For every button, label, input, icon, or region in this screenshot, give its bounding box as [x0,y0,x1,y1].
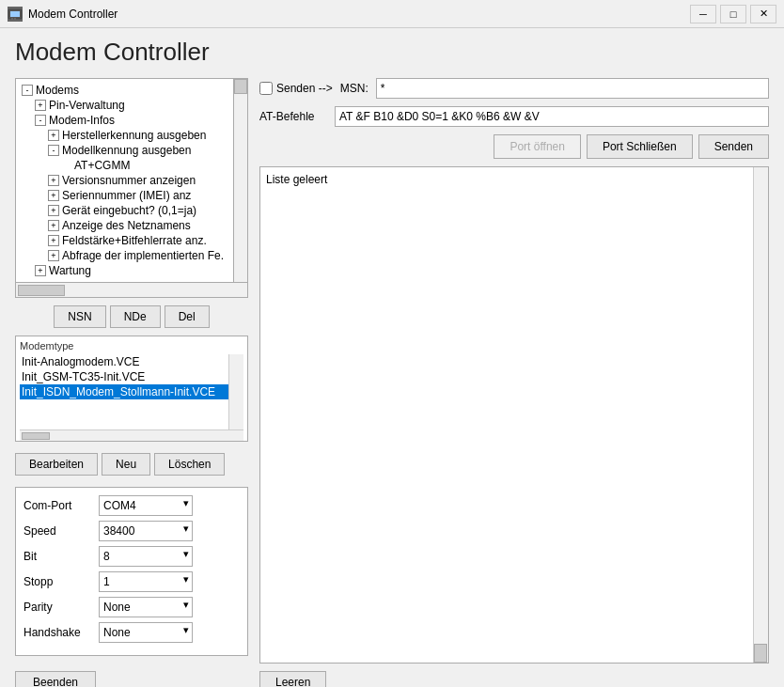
main-content: Modem Controller - Modems + Pin-Verwaltu… [0,28,784,687]
com-port-select-wrapper[interactable]: COM1 COM2 COM3 COM4 [99,495,193,516]
tree-item-label: Modem-Infos [49,114,115,127]
expand-icon[interactable]: + [35,265,46,276]
nde-button[interactable]: NDe [110,305,161,328]
tree-item-geraet[interactable]: + Gerät eingebucht? (0,1=ja) [20,203,228,218]
app-title: Modem Controller [15,38,769,67]
com-port-row: Com-Port COM1 COM2 COM3 COM4 [24,495,240,516]
tree-item-label: Abfrage der implementierten Fe. [62,249,224,262]
speed-label: Speed [24,524,99,538]
maximize-button[interactable]: □ [720,5,746,23]
at-befehle-input[interactable] [335,106,769,127]
tree-item-label: Wartung [49,264,91,277]
tree-item-pin[interactable]: + Pin-Verwaltung [20,98,228,113]
tree-vscrollbar[interactable] [233,78,248,283]
modemtype-hscrollbar[interactable] [20,429,243,441]
tree-item-feldstaerke[interactable]: + Feldstärke+Bitfehlerrate anz. [20,233,228,248]
tree-item-netznamens[interactable]: + Anzeige des Netznamens [20,218,228,233]
tree-item-versionsnummer[interactable]: + Versionsnummer anzeigen [20,173,228,188]
tree-buttons: NSN NDe Del [15,305,248,328]
speed-select-wrapper[interactable]: 9600 19200 38400 57600 115200 [99,521,193,541]
senden-label: Senden --> [276,82,333,95]
expand-icon[interactable]: - [48,145,59,156]
senden-checkbox[interactable] [259,82,273,95]
handshake-select[interactable]: None XOn/XOff RTS/CTS [99,622,193,643]
loeschen-button[interactable]: Löschen [154,453,225,476]
msn-label: MSN: [340,82,368,95]
tree-item-abfrage[interactable]: + Abfrage der implementierten Fe. [20,248,228,263]
expand-icon[interactable]: + [35,100,46,111]
tree-item-modems[interactable]: - Modems [20,83,228,98]
speed-row: Speed 9600 19200 38400 57600 115200 [24,521,240,541]
parity-select-wrapper[interactable]: None Even Odd [99,597,193,617]
parity-select[interactable]: None Even Odd [99,597,193,617]
modemtype-item-analogmodem[interactable]: Init-Analogmodem.VCE [20,354,228,369]
handshake-label: Handshake [24,626,99,639]
beenden-button[interactable]: Beenden [15,671,96,687]
expand-icon[interactable]: + [48,205,59,216]
stopp-row: Stopp 1 2 [24,571,240,592]
port-oeffnen-button[interactable]: Port öffnen [494,134,581,159]
at-row: AT-Befehle [259,106,769,127]
tree-item-herstellerkennung[interactable]: + Herstellerkennung ausgeben [20,128,228,143]
output-text: Liste geleert [266,173,327,186]
handshake-select-wrapper[interactable]: None XOn/XOff RTS/CTS [99,622,193,643]
modemtype-label: Modemtype [20,340,243,351]
tree-item-seriennummer[interactable]: + Seriennummer (IMEI) anz [20,188,228,203]
modemtype-vscrollbar[interactable] [228,354,243,429]
titlebar: Modem Controller ─ □ ✕ [0,0,784,28]
modemtype-list[interactable]: Init-Analogmodem.VCE Init_GSM-TC35-Init.… [20,354,243,429]
msn-input[interactable] [376,78,769,99]
panels: - Modems + Pin-Verwaltung - Modem-Infos … [15,78,769,687]
modemtype-item-isdn[interactable]: Init_ISDN_Modem_Stollmann-Init.VCE [20,384,228,399]
output-vscrollbar[interactable] [753,167,768,663]
modemtype-item-gsm[interactable]: Init_GSM-TC35-Init.VCE [20,369,228,384]
tree-hscrollbar[interactable] [15,283,248,298]
tree-item-label: Gerät eingebucht? (0,1=ja) [62,204,196,217]
close-button[interactable]: ✕ [750,5,776,23]
tree-item-modellkennung[interactable]: - Modellkennung ausgeben [20,143,228,158]
tree-item-label: Modellkennung ausgeben [62,144,191,157]
speed-select[interactable]: 9600 19200 38400 57600 115200 [99,521,193,541]
stopp-select-wrapper[interactable]: 1 2 [99,571,193,592]
window-title: Modem Controller [28,8,690,21]
nsn-button[interactable]: NSN [54,305,105,328]
com-port-select[interactable]: COM1 COM2 COM3 COM4 [99,495,193,516]
bit-select[interactable]: 7 8 [99,546,193,567]
expand-icon[interactable]: + [48,250,59,261]
tree-item-modem-infos[interactable]: - Modem-Infos [20,113,228,128]
port-schliessen-button[interactable]: Port Schließen [587,134,693,159]
modemtype-panel: Modemtype Init-Analogmodem.VCE Init_GSM-… [15,336,248,442]
modemtype-bottom-buttons: Bearbeiten Neu Löschen [15,453,248,476]
expand-icon[interactable]: + [48,175,59,186]
expand-icon[interactable]: - [22,85,33,96]
tree-container[interactable]: - Modems + Pin-Verwaltung - Modem-Infos … [15,78,248,283]
expand-icon[interactable]: + [48,190,59,201]
stopp-select[interactable]: 1 2 [99,571,193,592]
svg-rect-1 [10,11,20,17]
tree-item-label: Seriennummer (IMEI) anz [62,189,191,202]
bearbeiten-button[interactable]: Bearbeiten [15,453,98,476]
neu-button[interactable]: Neu [102,453,150,476]
bit-select-wrapper[interactable]: 7 8 [99,546,193,567]
tree-item-wartung[interactable]: + Wartung [20,263,228,278]
leeren-button[interactable]: Leeren [259,671,326,687]
expand-icon[interactable]: + [48,235,59,246]
parity-row: Parity None Even Odd [24,597,240,617]
left-panel: - Modems + Pin-Verwaltung - Modem-Infos … [15,78,248,687]
expand-icon[interactable]: - [35,115,46,126]
tree-item-atcgmm[interactable]: AT+CGMM [20,158,228,173]
del-button[interactable]: Del [165,305,210,328]
senden-button[interactable]: Senden [698,134,769,159]
action-buttons: Port öffnen Port Schließen Senden [259,134,769,159]
com-settings-panel: Com-Port COM1 COM2 COM3 COM4 Speed [15,487,248,656]
handshake-row: Handshake None XOn/XOff RTS/CTS [24,622,240,643]
expand-icon[interactable]: + [48,220,59,231]
tree-item-label: Feldstärke+Bitfehlerrate anz. [62,234,207,247]
parity-label: Parity [24,601,99,614]
tree-item-label: Versionsnummer anzeigen [62,174,196,187]
minimize-button[interactable]: ─ [690,5,716,23]
at-befehle-label: AT-Befehle [259,110,327,123]
tree-item-label: Pin-Verwaltung [49,99,125,112]
svg-rect-2 [11,18,13,20]
expand-icon[interactable]: + [48,130,59,141]
